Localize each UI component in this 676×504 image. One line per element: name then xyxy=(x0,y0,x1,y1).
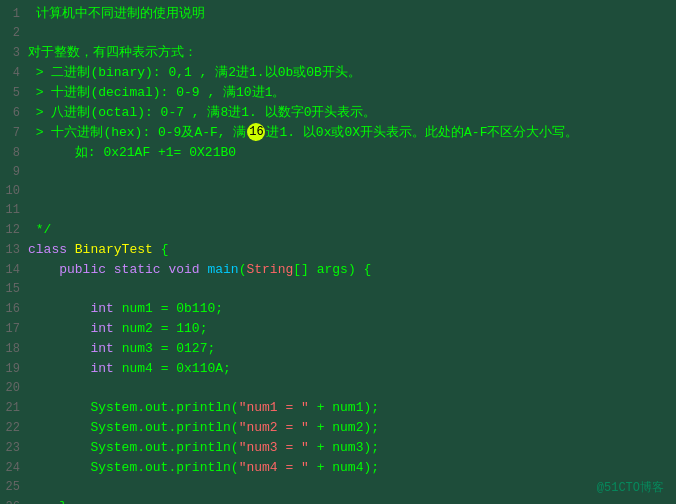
line-row: 5 > 十进制(decimal): 0-9 , 满10进1。 xyxy=(0,83,676,103)
line-content: 如: 0x21AF +1= 0X21B0 xyxy=(28,143,676,162)
watermark: @51CTO博客 xyxy=(597,479,664,496)
line-content: 计算机中不同进制的使用说明 xyxy=(28,4,676,23)
line-number: 25 xyxy=(0,478,28,497)
line-row: 16 int num1 = 0b110; xyxy=(0,299,676,319)
line-number: 7 xyxy=(0,124,28,143)
line-row: 25 xyxy=(0,478,676,497)
line-row: 13class BinaryTest { xyxy=(0,240,676,260)
cursor-highlight: 16 xyxy=(247,123,265,141)
line-row: 18 int num3 = 0127; xyxy=(0,339,676,359)
line-content: > 十六进制(hex): 0-9及A-F, 满16进1. 以0x或0X开头表示。… xyxy=(28,123,676,142)
line-row: 14 public static void main(String[] args… xyxy=(0,260,676,280)
line-number: 19 xyxy=(0,360,28,379)
line-number: 15 xyxy=(0,280,28,299)
line-number: 13 xyxy=(0,241,28,260)
line-row: 11 xyxy=(0,201,676,220)
line-number: 21 xyxy=(0,399,28,418)
line-number: 24 xyxy=(0,459,28,478)
line-row: 22 System.out.println("num2 = " + num2); xyxy=(0,418,676,438)
line-content: int num2 = 110; xyxy=(28,319,676,338)
line-content: System.out.println("num3 = " + num3); xyxy=(28,438,676,457)
line-number: 16 xyxy=(0,300,28,319)
line-row: 7 > 十六进制(hex): 0-9及A-F, 满16进1. 以0x或0X开头表… xyxy=(0,123,676,143)
line-row: 20 xyxy=(0,379,676,398)
line-row: 17 int num2 = 110; xyxy=(0,319,676,339)
line-number: 11 xyxy=(0,201,28,220)
line-content: > 十进制(decimal): 0-9 , 满10进1。 xyxy=(28,83,676,102)
line-row: 1 计算机中不同进制的使用说明 xyxy=(0,4,676,24)
line-content: */ xyxy=(28,220,676,239)
line-content: > 二进制(binary): 0,1 , 满2进1.以0b或0B开头。 xyxy=(28,63,676,82)
line-row: 24 System.out.println("num4 = " + num4); xyxy=(0,458,676,478)
line-row: 6 > 八进制(octal): 0-7 , 满8进1. 以数字0开头表示。 xyxy=(0,103,676,123)
line-number: 18 xyxy=(0,340,28,359)
line-content: System.out.println("num1 = " + num1); xyxy=(28,398,676,417)
line-number: 6 xyxy=(0,104,28,123)
line-row: 10 xyxy=(0,182,676,201)
line-number: 26 xyxy=(0,498,28,504)
line-number: 10 xyxy=(0,182,28,201)
line-content: int num3 = 0127; xyxy=(28,339,676,358)
line-number: 9 xyxy=(0,163,28,182)
line-number: 2 xyxy=(0,24,28,43)
line-content: int num4 = 0x110A; xyxy=(28,359,676,378)
line-content: int num1 = 0b110; xyxy=(28,299,676,318)
line-content: System.out.println("num4 = " + num4); xyxy=(28,458,676,477)
line-row: 21 System.out.println("num1 = " + num1); xyxy=(0,398,676,418)
line-row: 3对于整数，有四种表示方式： xyxy=(0,43,676,63)
line-number: 4 xyxy=(0,64,28,83)
line-row: 9 xyxy=(0,163,676,182)
line-row: 12 */ xyxy=(0,220,676,240)
line-content: System.out.println("num2 = " + num2); xyxy=(28,418,676,437)
line-number: 12 xyxy=(0,221,28,240)
line-number: 17 xyxy=(0,320,28,339)
line-number: 3 xyxy=(0,44,28,63)
line-number: 14 xyxy=(0,261,28,280)
line-number: 1 xyxy=(0,5,28,24)
line-row: 2 xyxy=(0,24,676,43)
line-row: 8 如: 0x21AF +1= 0X21B0 xyxy=(0,143,676,163)
line-content: public static void main(String[] args) { xyxy=(28,260,676,279)
line-row: 15 xyxy=(0,280,676,299)
line-row: 23 System.out.println("num3 = " + num3); xyxy=(0,438,676,458)
line-content: } xyxy=(28,497,676,504)
line-number: 23 xyxy=(0,439,28,458)
line-content: 对于整数，有四种表示方式： xyxy=(28,43,676,62)
line-row: 26 } xyxy=(0,497,676,504)
line-content: class BinaryTest { xyxy=(28,240,676,259)
line-row: 19 int num4 = 0x110A; xyxy=(0,359,676,379)
line-number: 8 xyxy=(0,144,28,163)
line-number: 5 xyxy=(0,84,28,103)
line-row: 4 > 二进制(binary): 0,1 , 满2进1.以0b或0B开头。 xyxy=(0,63,676,83)
code-editor: 1 计算机中不同进制的使用说明23对于整数，有四种表示方式：4 > 二进制(bi… xyxy=(0,0,676,504)
line-number: 20 xyxy=(0,379,28,398)
line-content: > 八进制(octal): 0-7 , 满8进1. 以数字0开头表示。 xyxy=(28,103,676,122)
line-number: 22 xyxy=(0,419,28,438)
